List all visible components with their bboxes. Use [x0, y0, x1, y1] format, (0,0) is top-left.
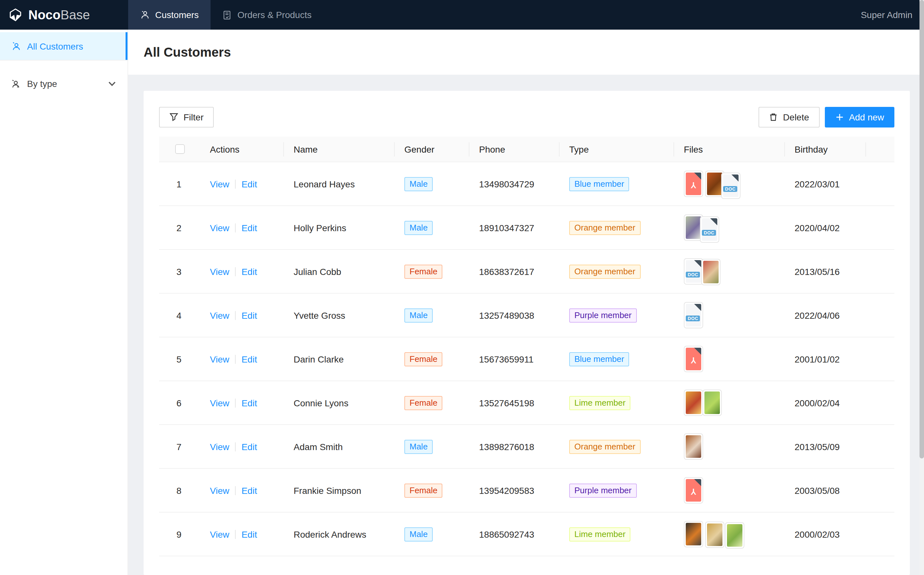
add-new-button[interactable]: Add new [824, 107, 894, 127]
type-cell: Lime member [559, 527, 673, 541]
phone-cell: 13898276018 [469, 442, 559, 452]
folded-corner [694, 348, 701, 355]
vertical-scrollbar[interactable] [919, 0, 924, 575]
tab-orders-products[interactable]: Orders & Products [210, 0, 323, 30]
pdf-file-icon: ⅄ [686, 173, 701, 195]
doc-attachment[interactable]: DOC [721, 173, 740, 199]
files-cell [673, 389, 784, 416]
table-card: Filter Delete [144, 91, 910, 575]
image-attachment[interactable] [684, 521, 703, 547]
table-row: 7ViewEditAdam SmithMale13898276018Orange… [159, 425, 894, 469]
person-icon [140, 10, 149, 20]
image-attachment[interactable] [725, 522, 745, 549]
phone-cell: 18910347327 [469, 222, 559, 233]
folded-corner [732, 175, 738, 181]
pdf-attachment[interactable]: ⅄ [684, 346, 703, 372]
name-cell: Connie Lyons [283, 398, 394, 408]
view-link[interactable]: View [210, 310, 229, 320]
gender-cell: Female [394, 264, 469, 278]
type-badge: Blue member [569, 177, 629, 191]
gender-cell: Female [394, 483, 469, 497]
trash-icon [769, 113, 778, 122]
chevron-down-icon [107, 79, 117, 89]
row-index-cell: 8 [159, 485, 200, 496]
pdf-file-icon: ⅄ [686, 479, 701, 502]
action-divider [235, 354, 236, 364]
row-actions-cell: ViewEdit [200, 179, 283, 189]
edit-link[interactable]: Edit [241, 222, 257, 233]
view-link[interactable]: View [210, 485, 229, 496]
edit-link[interactable]: Edit [241, 529, 257, 539]
name-cell: Adam Smith [283, 442, 394, 452]
view-link[interactable]: View [210, 222, 229, 233]
team-group-icon [10, 79, 21, 89]
customers-table: Actions Name Gender Phone Type Files Bir… [159, 137, 894, 556]
edit-link[interactable]: Edit [241, 266, 257, 276]
gender-badge: Female [404, 396, 443, 410]
doc-attachment[interactable]: DOC [700, 216, 719, 243]
type-badge: Purple member [569, 308, 637, 322]
sidebar-item-by-type[interactable]: By type [0, 70, 127, 98]
adobe-glyph: ⅄ [691, 181, 696, 190]
view-link[interactable]: View [210, 179, 229, 189]
type-badge: Orange member [569, 221, 640, 235]
gender-badge: Female [404, 264, 443, 278]
type-badge: Lime member [569, 396, 631, 410]
gender-cell: Male [394, 177, 469, 191]
image-attachment[interactable] [705, 521, 724, 548]
birthday-cell: 2020/04/02 [784, 222, 865, 233]
birthday-cell: 2022/04/06 [784, 310, 865, 320]
edit-link[interactable]: Edit [241, 485, 257, 496]
view-link[interactable]: View [210, 529, 229, 539]
filter-button[interactable]: Filter [159, 107, 214, 127]
doc-label: DOC [702, 230, 716, 236]
gender-badge: Male [404, 440, 433, 454]
row-index-cell: 6 [159, 398, 200, 408]
image-attachment[interactable] [684, 389, 703, 416]
action-divider [235, 223, 236, 232]
user-menu[interactable]: Super Admin [849, 0, 924, 30]
tab-customers[interactable]: Customers [128, 0, 210, 30]
top-menu: Customers Orders & Products [128, 0, 323, 30]
adobe-glyph: ⅄ [691, 488, 696, 497]
phone-cell: 13257489038 [469, 310, 559, 320]
view-link[interactable]: View [210, 266, 229, 276]
image-attachment[interactable] [701, 259, 721, 285]
edit-link[interactable]: Edit [241, 442, 257, 452]
edit-link[interactable]: Edit [241, 179, 257, 189]
gender-badge: Male [404, 527, 433, 541]
scrollbar-thumb[interactable] [919, 0, 924, 459]
pdf-attachment[interactable]: ⅄ [684, 171, 703, 197]
select-all-checkbox[interactable] [175, 144, 185, 154]
edit-link[interactable]: Edit [241, 398, 257, 408]
view-link[interactable]: View [210, 398, 229, 408]
gender-badge: Male [404, 308, 433, 322]
edit-link[interactable]: Edit [241, 310, 257, 320]
view-link[interactable]: View [210, 442, 229, 452]
tab-label: Customers [155, 10, 198, 20]
phone-cell: 13954209583 [469, 485, 559, 496]
delete-button[interactable]: Delete [759, 107, 819, 127]
view-link[interactable]: View [210, 354, 229, 364]
action-divider [235, 442, 236, 451]
image-attachment[interactable] [684, 434, 703, 460]
action-divider [235, 267, 236, 276]
table-row: 1ViewEditLeonard HayesMale13498034729Blu… [159, 162, 894, 206]
table-row: 9ViewEditRoderick AndrewsMale18865092743… [159, 513, 894, 556]
folded-corner [694, 260, 701, 267]
row-actions-cell: ViewEdit [200, 485, 283, 496]
row-index-cell: 1 [159, 179, 200, 189]
nocobase-logo[interactable]: NocoBase [0, 0, 128, 30]
doc-attachment[interactable]: DOC [684, 258, 703, 284]
sidebar-item-all-customers[interactable]: All Customers [0, 32, 127, 60]
gender-badge: Female [404, 483, 443, 497]
gender-cell: Male [394, 440, 469, 454]
sidebar-item-label: By type [27, 79, 57, 89]
filter-icon [169, 113, 178, 122]
pdf-attachment[interactable]: ⅄ [684, 477, 703, 504]
table-row: 6ViewEditConnie LyonsFemale13527645198Li… [159, 381, 894, 425]
doc-attachment[interactable]: DOC [684, 302, 703, 329]
birthday-cell: 2003/05/08 [784, 485, 865, 496]
image-attachment[interactable] [702, 389, 722, 416]
edit-link[interactable]: Edit [241, 354, 257, 364]
